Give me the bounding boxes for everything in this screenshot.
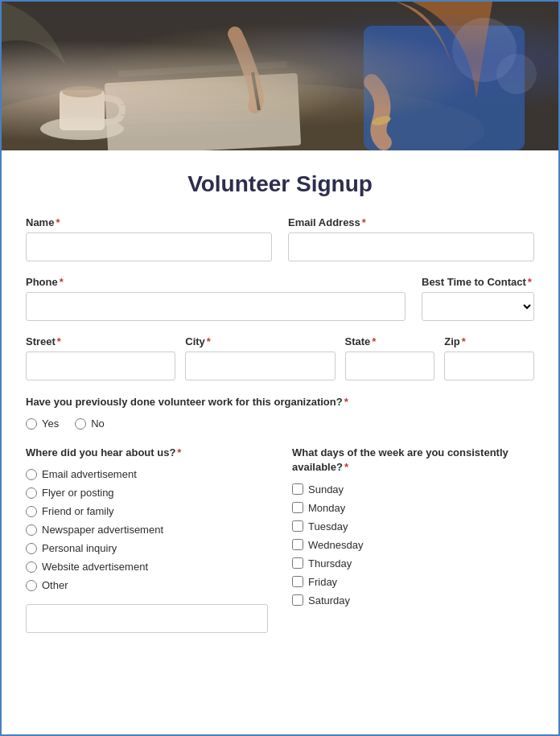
- phone-input[interactable]: [26, 292, 406, 321]
- name-group: Name*: [26, 216, 272, 261]
- hear-flyer[interactable]: Flyer or posting: [26, 487, 268, 499]
- hear-about-question: Where did you hear about us?*: [26, 446, 268, 460]
- prev-work-no[interactable]: No: [75, 417, 105, 430]
- svg-rect-5: [105, 73, 301, 150]
- best-time-select[interactable]: Morning Afternoon Evening: [422, 292, 534, 321]
- name-input[interactable]: [26, 232, 272, 261]
- form-title: Volunteer Signup: [26, 171, 534, 197]
- prev-work-question: Have you previously done volunteer work …: [26, 395, 534, 409]
- city-input[interactable]: [185, 352, 335, 380]
- other-text-input[interactable]: [26, 604, 268, 633]
- state-group: State*: [345, 335, 435, 380]
- form-container: Volunteer Signup Name* Email Address* Ph…: [0, 0, 560, 736]
- svg-point-13: [371, 114, 392, 127]
- prev-work-yes[interactable]: Yes: [26, 417, 59, 430]
- prev-work-no-radio[interactable]: [75, 418, 86, 430]
- zip-input[interactable]: [444, 352, 534, 380]
- phone-label: Phone*: [26, 276, 406, 288]
- street-input[interactable]: [26, 352, 175, 380]
- phone-time-row: Phone* Best Time to Contact* Morning Aft…: [26, 276, 534, 321]
- hear-personal[interactable]: Personal inquiry: [26, 542, 268, 554]
- best-time-group: Best Time to Contact* Morning Afternoon …: [422, 276, 534, 321]
- days-question: What days of the week are you consistent…: [292, 446, 534, 475]
- hero-image: [2, 2, 558, 150]
- two-col-section: Where did you hear about us?* Email adve…: [26, 446, 534, 633]
- hear-newspaper[interactable]: Newspaper advertisement: [26, 524, 268, 536]
- hear-friend-radio[interactable]: [26, 506, 37, 517]
- form-section: Volunteer Signup Name* Email Address* Ph…: [2, 150, 558, 657]
- state-label: State*: [345, 335, 435, 347]
- zip-label: Zip*: [444, 335, 534, 347]
- hear-website[interactable]: Website advertisement: [26, 561, 268, 573]
- svg-line-9: [121, 111, 275, 115]
- hear-flyer-radio[interactable]: [26, 487, 37, 499]
- state-input[interactable]: [345, 352, 435, 380]
- phone-group: Phone*: [26, 276, 406, 321]
- day-thursday-checkbox[interactable]: [292, 557, 303, 569]
- hear-other-radio[interactable]: [26, 580, 37, 591]
- svg-rect-12: [364, 26, 525, 150]
- day-wednesday[interactable]: Wednesday: [292, 539, 534, 551]
- address-row: Street* City* State* Zip*: [26, 335, 534, 380]
- svg-point-1: [2, 82, 484, 150]
- svg-line-10: [121, 121, 275, 125]
- day-sunday[interactable]: Sunday: [292, 483, 534, 495]
- svg-point-4: [62, 86, 102, 97]
- email-label: Email Address*: [288, 216, 534, 228]
- day-thursday[interactable]: Thursday: [292, 557, 534, 569]
- name-email-row: Name* Email Address*: [26, 216, 534, 261]
- svg-point-14: [452, 18, 517, 82]
- hear-email-ad-radio[interactable]: [26, 469, 37, 480]
- svg-line-8: [121, 101, 275, 105]
- hear-other[interactable]: Other: [26, 579, 268, 591]
- svg-rect-0: [2, 2, 558, 150]
- prev-work-radio-group: Yes No: [26, 417, 534, 430]
- day-tuesday[interactable]: Tuesday: [292, 520, 534, 532]
- email-input[interactable]: [288, 232, 534, 261]
- city-label: City*: [185, 335, 335, 347]
- day-friday-checkbox[interactable]: [292, 576, 303, 587]
- name-label: Name*: [26, 216, 272, 228]
- street-group: Street*: [26, 335, 175, 380]
- prev-work-yes-radio[interactable]: [26, 418, 37, 430]
- hear-friend[interactable]: Friend or family: [26, 505, 268, 517]
- hear-about-section: Where did you hear about us?* Email adve…: [26, 446, 268, 633]
- city-group: City*: [185, 335, 335, 380]
- day-saturday[interactable]: Saturday: [292, 594, 534, 606]
- days-section: What days of the week are you consistent…: [292, 446, 534, 633]
- email-group: Email Address*: [288, 216, 534, 261]
- prev-work-section: Have you previously done volunteer work …: [26, 395, 534, 430]
- day-saturday-checkbox[interactable]: [292, 594, 303, 606]
- days-list: Sunday Monday Tuesday Wednesday: [292, 483, 534, 606]
- hear-email-ad[interactable]: Email advertisement: [26, 468, 268, 480]
- best-time-label: Best Time to Contact*: [422, 276, 534, 288]
- day-monday[interactable]: Monday: [292, 502, 534, 514]
- svg-point-15: [496, 54, 537, 94]
- svg-point-2: [40, 117, 124, 140]
- svg-line-11: [253, 72, 259, 110]
- street-label: Street*: [26, 335, 175, 347]
- hear-personal-radio[interactable]: [26, 543, 37, 554]
- hear-website-radio[interactable]: [26, 561, 37, 573]
- day-wednesday-checkbox[interactable]: [292, 539, 303, 550]
- day-monday-checkbox[interactable]: [292, 502, 303, 513]
- day-tuesday-checkbox[interactable]: [292, 520, 303, 532]
- day-friday[interactable]: Friday: [292, 576, 534, 588]
- svg-line-7: [121, 90, 275, 94]
- svg-rect-3: [60, 90, 105, 130]
- svg-line-6: [118, 64, 287, 74]
- hear-about-list: Email advertisement Flyer or posting Fri…: [26, 468, 268, 633]
- hear-newspaper-radio[interactable]: [26, 524, 37, 536]
- zip-group: Zip*: [444, 335, 534, 380]
- day-sunday-checkbox[interactable]: [292, 483, 303, 495]
